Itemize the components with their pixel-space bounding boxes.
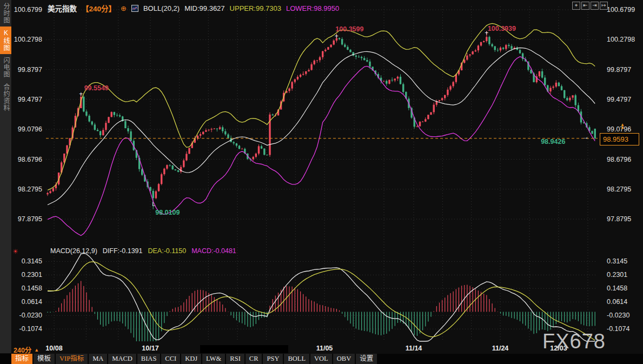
indicator-lwr-button[interactable]: LW& — [202, 354, 225, 364]
trading-app-window: 100.6799100.6799100.2798100.279899.87979… — [0, 0, 643, 364]
macd-settings-icon[interactable]: ☀ — [12, 248, 18, 255]
indicator-cr-button[interactable]: CR — [246, 354, 262, 364]
period-dropdown-arrow-icon: ▲ — [34, 347, 39, 353]
left-sidebar: 分时图K线图闪电图合约资料 — [0, 0, 12, 353]
sidebar-item-kline-chart[interactable]: K线图 — [0, 27, 11, 54]
boll-upper-value: UPPER:99.7303 — [230, 4, 281, 12]
indicator-vol-button[interactable]: VOL — [310, 354, 332, 364]
period-tag: 【240分】 — [82, 3, 116, 14]
boll-mid-value: MID:99.3627 — [184, 4, 224, 12]
compress-left-icon[interactable]: ⇤ — [581, 2, 589, 10]
indicator-psy-button[interactable]: PSY — [263, 354, 283, 364]
sidebar-item-contract-info[interactable]: 合约资料 — [0, 81, 11, 114]
settings-button[interactable]: 设置 — [356, 354, 377, 364]
template-button[interactable]: 模板 — [34, 354, 55, 364]
macd-value: MACD:-0.0481 — [191, 247, 236, 255]
macd-indicator-label: MACD(26,12,9) — [50, 247, 97, 255]
indicator-boll-button[interactable]: BOLL — [284, 354, 309, 364]
indicator-macd-button[interactable]: MACD — [108, 354, 136, 364]
fx678-watermark: FX678 — [542, 330, 606, 353]
indicator-obv-button[interactable]: OBV — [333, 354, 355, 364]
boll-indicator-label: BOLL(20,2) — [143, 4, 180, 12]
vip-indicators-button[interactable]: VIP指标 — [56, 354, 88, 364]
sidebar-item-time-chart[interactable]: 分时图 — [0, 0, 11, 27]
price-up-marker: ▲▲ — [620, 123, 625, 129]
collapse-circle-icon[interactable]: ⊕ — [121, 4, 127, 12]
sidebar-item-flash-chart[interactable]: 闪电图 — [0, 54, 11, 81]
macd-dea-value: DEA:-0.1150 — [148, 247, 186, 255]
bottom-toolbar: 指标模板VIP指标MAMACDBIASCCIKDJLW&RSICRPSYBOLL… — [0, 354, 643, 364]
indicator-bias-button[interactable]: BIAS — [137, 354, 160, 364]
boll-lower-value: LOWER:98.9950 — [286, 4, 339, 12]
compress-right-icon[interactable]: ⇥ — [591, 2, 599, 10]
chart-tool-icons: ⌖⇤⇥↦ — [572, 2, 608, 10]
indicators-button[interactable]: 指标 — [11, 354, 32, 364]
indicator-kdj-button[interactable]: KDJ — [181, 354, 201, 364]
indicator-ma-button[interactable]: MA — [89, 354, 107, 364]
macd-diff-value: DIFF:-0.1391 — [103, 247, 143, 255]
last-price-box: 98.9593 — [600, 133, 639, 145]
pan-right-icon[interactable]: ↦ — [600, 2, 608, 10]
indicator-rsi-button[interactable]: RSI — [226, 354, 244, 364]
last-price-value: 98.9593 — [603, 135, 628, 143]
candlestick-macd-canvas[interactable] — [0, 0, 643, 353]
chart-header: 美元指数 【240分】 ⊕ BOLL(20,2) MID:99.3627 UPP… — [48, 3, 339, 14]
indicator-cci-button[interactable]: CCI — [161, 354, 180, 364]
macd-header: MACD(26,12,9) DIFF:-0.1391 DEA:-0.1150 M… — [50, 247, 236, 255]
kline-thumbnail-icon[interactable] — [131, 5, 138, 12]
symbol-title: 美元指数 — [48, 3, 77, 14]
redacted-region — [200, 345, 288, 353]
crosshair-tool-icon[interactable]: ⌖ — [572, 2, 580, 10]
